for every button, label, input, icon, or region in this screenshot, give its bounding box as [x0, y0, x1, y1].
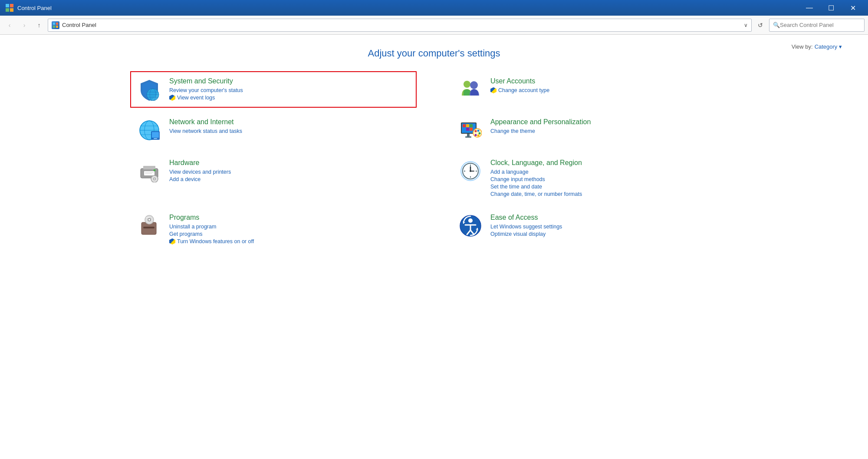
svg-rect-66	[143, 227, 155, 228]
svg-rect-24	[154, 138, 157, 139]
network-text: Network and Internet View network status…	[169, 118, 410, 134]
uninstall-program-link[interactable]: Uninstall a program	[169, 224, 410, 230]
windows-features-link[interactable]: Turn Windows features on or off	[169, 238, 410, 244]
address-box[interactable]: Control Panel ∨	[48, 19, 752, 32]
svg-rect-2	[6, 8, 9, 12]
windows-suggest-link[interactable]: Let Windows suggest settings	[490, 224, 731, 230]
add-language-link[interactable]: Add a language	[490, 169, 731, 175]
svg-rect-44	[143, 166, 155, 169]
svg-rect-47	[145, 173, 152, 174]
network-title[interactable]: Network and Internet	[169, 118, 410, 126]
svg-rect-5	[56, 23, 58, 25]
shield-badge	[169, 95, 175, 101]
category-system-security[interactable]: System and Security Review your computer…	[130, 71, 417, 108]
programs-links: Uninstall a program Get programs Turn Wi…	[169, 224, 410, 244]
optimize-visual-link[interactable]: Optimize visual display	[490, 231, 731, 237]
svg-point-40	[477, 135, 480, 137]
view-network-link[interactable]: View network status and tasks	[169, 128, 410, 134]
shield-badge-3	[169, 238, 175, 244]
refresh-button[interactable]: ↺	[754, 19, 766, 31]
address-dropdown[interactable]: ∨	[744, 22, 748, 28]
main-content: View by: Category ▾ Adjust your computer…	[0, 35, 868, 459]
category-user-accounts[interactable]: User Accounts Change account type	[451, 71, 738, 108]
category-ease-of-access[interactable]: Ease of Access Let Windows suggest setti…	[451, 208, 738, 251]
add-device-link[interactable]: Add a device	[169, 176, 410, 182]
address-bar: ‹ › ↑ Control Panel ∨ ↺ 🔍	[0, 16, 868, 35]
view-devices-link[interactable]: View devices and printers	[169, 169, 410, 175]
review-status-link[interactable]: Review your computer's status	[169, 87, 410, 93]
svg-point-63	[470, 170, 471, 172]
svg-rect-33	[467, 134, 470, 136]
programs-title[interactable]: Programs	[169, 214, 410, 221]
address-icon	[52, 21, 59, 29]
programs-text: Programs Uninstall a program Get program…	[169, 214, 410, 244]
category-programs[interactable]: Programs Uninstall a program Get program…	[130, 208, 417, 251]
security-icon	[137, 77, 161, 102]
ease-icon	[458, 214, 483, 238]
window-controls: — ☐ ✕	[799, 1, 863, 14]
view-by: View by: Category ▾	[792, 43, 842, 50]
change-account-type-link[interactable]: Change account type	[490, 87, 731, 93]
search-input[interactable]	[780, 22, 861, 28]
window-title: Control Panel	[17, 5, 796, 11]
clock-icon	[458, 159, 483, 183]
hardware-links: View devices and printers Add a device	[169, 169, 410, 182]
ease-of-access-links: Let Windows suggest settings Optimize vi…	[490, 224, 731, 237]
svg-rect-31	[466, 128, 469, 131]
hardware-title[interactable]: Hardware	[169, 159, 410, 167]
category-network[interactable]: Network and Internet View network status…	[130, 112, 417, 149]
svg-rect-3	[10, 8, 13, 12]
title-bar: Control Panel — ☐ ✕	[0, 0, 868, 16]
shield-badge-2	[490, 87, 496, 93]
restore-button[interactable]: ☐	[821, 1, 841, 14]
svg-rect-46	[145, 172, 154, 173]
hardware-icon	[137, 159, 161, 183]
category-appearance[interactable]: Appearance and Personalization Change th…	[451, 112, 738, 149]
programs-icon	[137, 214, 161, 238]
search-box[interactable]: 🔍	[769, 19, 865, 32]
change-date-formats-link[interactable]: Change date, time, or number formats	[490, 191, 731, 197]
svg-rect-30	[463, 128, 466, 131]
appearance-title[interactable]: Appearance and Personalization	[490, 118, 731, 126]
minimize-button[interactable]: —	[799, 1, 819, 14]
view-by-label: View by:	[792, 43, 813, 50]
search-icon: 🔍	[773, 22, 780, 28]
forward-button[interactable]: ›	[18, 19, 30, 31]
user-accounts-title[interactable]: User Accounts	[490, 77, 731, 85]
system-security-links: Review your computer's status View event…	[169, 87, 410, 101]
ease-of-access-text: Ease of Access Let Windows suggest setti…	[490, 214, 731, 237]
clock-title[interactable]: Clock, Language, and Region	[490, 159, 731, 167]
appearance-icon	[458, 118, 483, 142]
category-hardware[interactable]: Hardware View devices and printers Add a…	[130, 153, 417, 203]
ease-of-access-title[interactable]: Ease of Access	[490, 214, 731, 221]
change-theme-link[interactable]: Change the theme	[490, 128, 731, 134]
get-programs-link[interactable]: Get programs	[169, 231, 410, 237]
hardware-text: Hardware View devices and printers Add a…	[169, 159, 410, 182]
svg-rect-6	[53, 26, 55, 28]
page-title: Adjust your computer's settings	[26, 48, 842, 59]
clock-text: Clock, Language, and Region Add a langua…	[490, 159, 731, 197]
svg-rect-1	[10, 4, 13, 7]
svg-point-39	[479, 132, 481, 135]
system-security-title[interactable]: System and Security	[169, 77, 410, 85]
network-icon	[137, 118, 161, 142]
close-button[interactable]: ✕	[843, 1, 863, 14]
users-icon	[458, 77, 483, 102]
user-accounts-text: User Accounts Change account type	[490, 77, 731, 93]
svg-rect-32	[470, 128, 473, 131]
app-icon	[5, 3, 14, 12]
change-input-link[interactable]: Change input methods	[490, 176, 731, 182]
back-button[interactable]: ‹	[3, 19, 16, 31]
svg-rect-0	[6, 4, 9, 7]
svg-rect-28	[466, 124, 469, 127]
up-button[interactable]: ↑	[33, 19, 45, 31]
svg-rect-23	[152, 132, 159, 138]
set-time-link[interactable]: Set the time and date	[490, 184, 731, 190]
svg-rect-29	[470, 124, 473, 127]
view-by-value[interactable]: Category ▾	[815, 43, 842, 50]
svg-point-48	[154, 169, 156, 172]
category-clock[interactable]: Clock, Language, and Region Add a langua…	[451, 153, 738, 203]
svg-point-52	[154, 178, 155, 180]
view-event-logs-link[interactable]: View event logs	[169, 95, 410, 101]
svg-rect-7	[56, 26, 58, 28]
